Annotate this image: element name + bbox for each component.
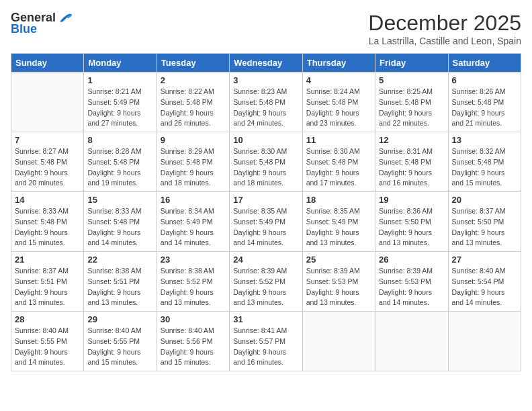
day-number: 28 (15, 314, 80, 324)
calendar-cell: 23Sunrise: 8:38 AM Sunset: 5:52 PM Dayli… (157, 252, 229, 312)
day-header-tuesday: Tuesday (157, 54, 229, 73)
day-info: Sunrise: 8:39 AM Sunset: 5:52 PM Dayligh… (233, 266, 298, 308)
day-info: Sunrise: 8:41 AM Sunset: 5:57 PM Dayligh… (233, 326, 298, 368)
day-info: Sunrise: 8:33 AM Sunset: 5:48 PM Dayligh… (87, 206, 152, 248)
day-number: 16 (161, 195, 226, 205)
calendar-week-row: 14Sunrise: 8:33 AM Sunset: 5:48 PM Dayli… (11, 192, 521, 252)
calendar-cell: 16Sunrise: 8:34 AM Sunset: 5:49 PM Dayli… (157, 192, 229, 252)
day-info: Sunrise: 8:27 AM Sunset: 5:48 PM Dayligh… (15, 146, 80, 189)
calendar-cell: 25Sunrise: 8:39 AM Sunset: 5:53 PM Dayli… (302, 252, 375, 312)
calendar-cell: 21Sunrise: 8:37 AM Sunset: 5:51 PM Dayli… (11, 252, 84, 312)
calendar-cell: 17Sunrise: 8:35 AM Sunset: 5:49 PM Dayli… (230, 192, 302, 252)
day-info: Sunrise: 8:30 AM Sunset: 5:48 PM Dayligh… (306, 146, 371, 189)
day-number: 10 (233, 135, 298, 145)
calendar-week-row: 7Sunrise: 8:27 AM Sunset: 5:48 PM Daylig… (11, 132, 521, 192)
calendar-cell: 29Sunrise: 8:40 AM Sunset: 5:55 PM Dayli… (84, 312, 157, 371)
title-area: December 2025 La Lastrilla, Castille and… (368, 11, 521, 46)
day-number: 18 (306, 195, 371, 205)
day-number: 7 (15, 135, 80, 145)
day-number: 22 (87, 255, 152, 265)
day-number: 4 (306, 75, 371, 85)
calendar-cell: 22Sunrise: 8:38 AM Sunset: 5:51 PM Dayli… (84, 252, 157, 312)
day-number: 3 (233, 75, 298, 85)
day-number: 31 (233, 314, 298, 324)
calendar-cell: 30Sunrise: 8:40 AM Sunset: 5:56 PM Dayli… (157, 312, 229, 371)
day-number: 21 (15, 255, 80, 265)
calendar-cell: 4Sunrise: 8:24 AM Sunset: 5:48 PM Daylig… (302, 73, 375, 132)
calendar-cell: 15Sunrise: 8:33 AM Sunset: 5:48 PM Dayli… (84, 192, 157, 252)
day-number: 15 (87, 195, 152, 205)
logo-bird-icon (57, 12, 73, 24)
calendar-cell: 14Sunrise: 8:33 AM Sunset: 5:48 PM Dayli… (11, 192, 84, 252)
day-info: Sunrise: 8:26 AM Sunset: 5:48 PM Dayligh… (452, 87, 517, 129)
day-info: Sunrise: 8:38 AM Sunset: 5:52 PM Dayligh… (161, 266, 226, 308)
day-info: Sunrise: 8:28 AM Sunset: 5:48 PM Dayligh… (87, 146, 152, 189)
calendar-cell: 8Sunrise: 8:28 AM Sunset: 5:48 PM Daylig… (84, 132, 157, 192)
calendar-week-row: 21Sunrise: 8:37 AM Sunset: 5:51 PM Dayli… (11, 252, 521, 312)
logo: General Blue (11, 11, 73, 36)
logo-blue-text: Blue (11, 22, 37, 36)
calendar-cell: 2Sunrise: 8:22 AM Sunset: 5:48 PM Daylig… (157, 73, 229, 132)
calendar-cell: 3Sunrise: 8:23 AM Sunset: 5:48 PM Daylig… (230, 73, 302, 132)
day-info: Sunrise: 8:37 AM Sunset: 5:50 PM Dayligh… (452, 206, 517, 248)
calendar-cell: 13Sunrise: 8:32 AM Sunset: 5:48 PM Dayli… (448, 132, 521, 192)
day-info: Sunrise: 8:39 AM Sunset: 5:53 PM Dayligh… (379, 266, 444, 308)
day-info: Sunrise: 8:24 AM Sunset: 5:48 PM Dayligh… (306, 87, 371, 129)
day-info: Sunrise: 8:40 AM Sunset: 5:55 PM Dayligh… (15, 326, 80, 368)
day-number: 24 (233, 255, 298, 265)
day-number: 14 (15, 195, 80, 205)
day-header-sunday: Sunday (11, 54, 84, 73)
calendar-week-row: 28Sunrise: 8:40 AM Sunset: 5:55 PM Dayli… (11, 312, 521, 371)
day-info: Sunrise: 8:33 AM Sunset: 5:48 PM Dayligh… (15, 206, 80, 248)
calendar-body: 1Sunrise: 8:21 AM Sunset: 5:49 PM Daylig… (11, 73, 521, 371)
day-number: 5 (379, 75, 444, 85)
day-info: Sunrise: 8:29 AM Sunset: 5:48 PM Dayligh… (161, 146, 226, 189)
calendar-cell: 10Sunrise: 8:30 AM Sunset: 5:48 PM Dayli… (230, 132, 302, 192)
day-info: Sunrise: 8:38 AM Sunset: 5:51 PM Dayligh… (87, 266, 152, 308)
day-number: 26 (379, 255, 444, 265)
calendar-cell (448, 312, 521, 371)
calendar-cell: 27Sunrise: 8:40 AM Sunset: 5:54 PM Dayli… (448, 252, 521, 312)
day-info: Sunrise: 8:35 AM Sunset: 5:49 PM Dayligh… (233, 206, 298, 248)
day-number: 19 (379, 195, 444, 205)
day-info: Sunrise: 8:40 AM Sunset: 5:54 PM Dayligh… (452, 266, 517, 308)
day-info: Sunrise: 8:35 AM Sunset: 5:49 PM Dayligh… (306, 206, 371, 248)
calendar-cell: 1Sunrise: 8:21 AM Sunset: 5:49 PM Daylig… (84, 73, 157, 132)
day-number: 17 (233, 195, 298, 205)
day-number: 23 (161, 255, 226, 265)
day-header-wednesday: Wednesday (230, 54, 302, 73)
day-info: Sunrise: 8:23 AM Sunset: 5:48 PM Dayligh… (233, 87, 298, 129)
day-number: 2 (161, 75, 226, 85)
calendar-cell: 6Sunrise: 8:26 AM Sunset: 5:48 PM Daylig… (448, 73, 521, 132)
day-info: Sunrise: 8:22 AM Sunset: 5:48 PM Dayligh… (161, 87, 226, 129)
calendar-cell: 5Sunrise: 8:25 AM Sunset: 5:48 PM Daylig… (375, 73, 448, 132)
day-header-saturday: Saturday (448, 54, 521, 73)
day-header-monday: Monday (84, 54, 157, 73)
day-info: Sunrise: 8:37 AM Sunset: 5:51 PM Dayligh… (15, 266, 80, 308)
calendar-week-row: 1Sunrise: 8:21 AM Sunset: 5:49 PM Daylig… (11, 73, 521, 132)
day-info: Sunrise: 8:21 AM Sunset: 5:49 PM Dayligh… (87, 87, 152, 129)
day-number: 20 (452, 195, 517, 205)
day-info: Sunrise: 8:39 AM Sunset: 5:53 PM Dayligh… (306, 266, 371, 308)
calendar-cell: 12Sunrise: 8:31 AM Sunset: 5:48 PM Dayli… (375, 132, 448, 192)
calendar-cell: 31Sunrise: 8:41 AM Sunset: 5:57 PM Dayli… (230, 312, 302, 371)
calendar-cell: 28Sunrise: 8:40 AM Sunset: 5:55 PM Dayli… (11, 312, 84, 371)
day-number: 30 (161, 314, 226, 324)
calendar-cell: 7Sunrise: 8:27 AM Sunset: 5:48 PM Daylig… (11, 132, 84, 192)
day-info: Sunrise: 8:30 AM Sunset: 5:48 PM Dayligh… (233, 146, 298, 189)
calendar-cell (302, 312, 375, 371)
calendar-cell (11, 73, 84, 132)
day-number: 13 (452, 135, 517, 145)
calendar-cell: 26Sunrise: 8:39 AM Sunset: 5:53 PM Dayli… (375, 252, 448, 312)
day-info: Sunrise: 8:40 AM Sunset: 5:55 PM Dayligh… (87, 326, 152, 368)
day-info: Sunrise: 8:40 AM Sunset: 5:56 PM Dayligh… (161, 326, 226, 368)
calendar-cell: 20Sunrise: 8:37 AM Sunset: 5:50 PM Dayli… (448, 192, 521, 252)
day-number: 27 (452, 255, 517, 265)
header: General Blue December 2025 La Lastrilla,… (11, 11, 521, 46)
calendar-cell: 9Sunrise: 8:29 AM Sunset: 5:48 PM Daylig… (157, 132, 229, 192)
calendar-cell: 24Sunrise: 8:39 AM Sunset: 5:52 PM Dayli… (230, 252, 302, 312)
day-info: Sunrise: 8:31 AM Sunset: 5:48 PM Dayligh… (379, 146, 444, 189)
day-number: 12 (379, 135, 444, 145)
day-number: 6 (452, 75, 517, 85)
calendar-cell: 18Sunrise: 8:35 AM Sunset: 5:49 PM Dayli… (302, 192, 375, 252)
